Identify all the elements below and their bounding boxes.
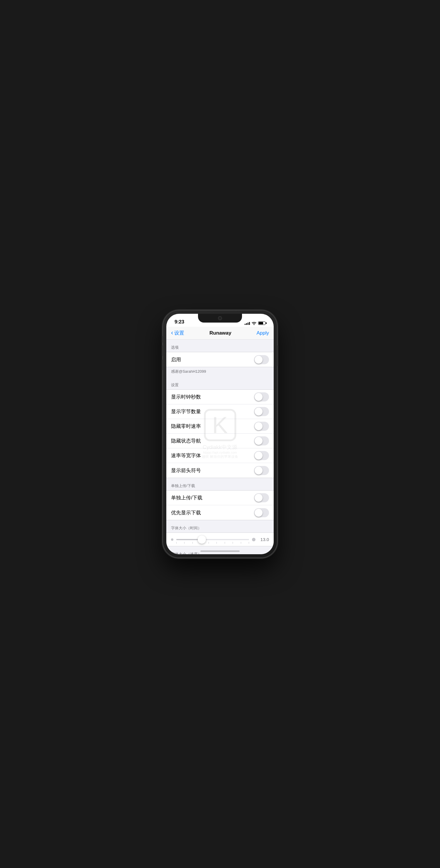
signal-bar-4 bbox=[249, 322, 250, 325]
separate-toggle[interactable] bbox=[254, 493, 269, 502]
section-footer-options: 感谢@SarahH12099 bbox=[166, 367, 274, 377]
battery-fill bbox=[259, 322, 263, 324]
section-group-upload: 单独上传/下载 优先显示下载 bbox=[166, 490, 274, 520]
status-icons bbox=[245, 321, 265, 325]
section-group-settings: 显示时钟秒数 显示字节数量 隐藏零时速率 bbox=[166, 390, 274, 478]
signal-bar-3 bbox=[247, 322, 248, 325]
list-item-monospace: 速率等宽字体 bbox=[166, 448, 274, 463]
slider-section-font-time: 13.0 bbox=[166, 532, 274, 546]
list-item-show-bytes: 显示字节数量 bbox=[166, 404, 274, 419]
list-item-separate: 单独上传/下载 bbox=[166, 491, 274, 505]
show-seconds-toggle[interactable] bbox=[254, 392, 269, 401]
battery-icon bbox=[258, 321, 265, 325]
back-arrow-icon: ‹ bbox=[171, 330, 173, 336]
mute-button[interactable] bbox=[162, 336, 163, 342]
page-title: Runaway bbox=[209, 330, 231, 336]
list-item-hide-zero: 隐藏零时速率 bbox=[166, 419, 274, 434]
show-arrow-toggle[interactable] bbox=[254, 466, 269, 475]
hide-nav-label: 隐藏状态导航 bbox=[171, 437, 201, 444]
list-item-priority-download: 优先显示下载 bbox=[166, 505, 274, 520]
signal-icon bbox=[245, 321, 250, 325]
volume-up-button[interactable] bbox=[162, 345, 163, 356]
slider-min-icon bbox=[171, 538, 173, 541]
signal-bar-1 bbox=[245, 324, 245, 325]
phone-screen: 9:23 bbox=[166, 314, 274, 554]
enable-toggle[interactable] bbox=[254, 355, 269, 364]
section-header-upload: 单独上传/下载 bbox=[166, 478, 274, 490]
monospace-label: 速率等宽字体 bbox=[171, 452, 201, 459]
slider-track-font-time bbox=[176, 539, 249, 540]
status-time: 9:23 bbox=[175, 319, 184, 325]
list-item-enable: 启用 bbox=[166, 352, 274, 367]
show-bytes-label: 显示字节数量 bbox=[171, 408, 201, 415]
back-label: 设置 bbox=[174, 330, 184, 336]
power-button[interactable] bbox=[277, 345, 278, 366]
settings-content: K Cydiakk中文源 htppp://apt.cydiakk.com 越狱 … bbox=[166, 340, 274, 554]
apply-button[interactable]: Apply bbox=[256, 330, 269, 336]
notch bbox=[198, 314, 242, 322]
show-arrow-label: 显示箭头符号 bbox=[171, 467, 201, 474]
hide-zero-label: 隐藏零时速率 bbox=[171, 423, 201, 430]
back-button[interactable]: ‹ 设置 bbox=[171, 330, 184, 336]
list-item-hide-nav: 隐藏状态导航 bbox=[166, 434, 274, 448]
hide-nav-toggle[interactable] bbox=[254, 436, 269, 445]
volume-down-button[interactable] bbox=[162, 360, 163, 370]
section-header-settings: 设置 bbox=[166, 377, 274, 390]
show-seconds-label: 显示时钟秒数 bbox=[171, 394, 201, 400]
priority-download-label: 优先显示下载 bbox=[171, 509, 201, 516]
hide-zero-toggle[interactable] bbox=[254, 422, 269, 431]
slider-thumb-font-time[interactable] bbox=[198, 535, 206, 544]
list-item-show-arrow: 显示箭头符号 bbox=[166, 463, 274, 478]
enable-toggle-thumb bbox=[255, 356, 263, 364]
wifi-icon bbox=[252, 321, 256, 325]
slider-value-font-time: 13.0 bbox=[258, 537, 269, 542]
monospace-toggle[interactable] bbox=[254, 451, 269, 460]
home-indicator bbox=[200, 550, 240, 552]
signal-bar-2 bbox=[246, 323, 247, 325]
slider-max-icon bbox=[252, 538, 256, 541]
show-bytes-toggle[interactable] bbox=[254, 407, 269, 416]
section-header-options: 选项 bbox=[166, 340, 274, 352]
navigation-bar: ‹ 设置 Runaway Apply bbox=[166, 327, 274, 340]
separate-label: 单独上传/下载 bbox=[171, 494, 202, 501]
priority-download-toggle[interactable] bbox=[254, 508, 269, 517]
phone-frame: 9:23 bbox=[163, 310, 277, 558]
slider-row-font-time: 13.0 bbox=[171, 537, 269, 542]
section-header-font-time: 字体大小（时间） bbox=[166, 520, 274, 532]
section-group-options: 启用 bbox=[166, 352, 274, 367]
list-item-show-seconds: 显示时钟秒数 bbox=[166, 390, 274, 404]
enable-label: 启用 bbox=[171, 356, 181, 363]
